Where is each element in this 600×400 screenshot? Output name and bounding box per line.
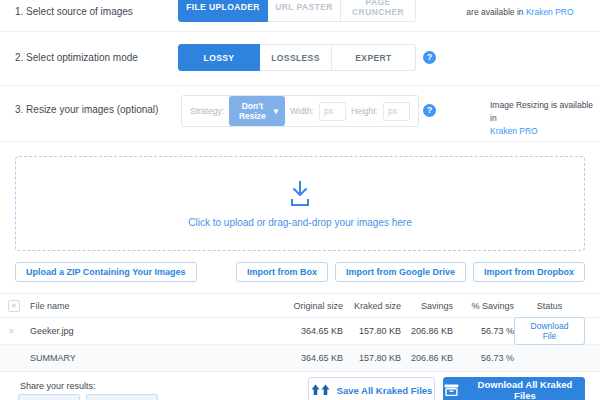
- summary-original-size: 364.65 KB: [278, 353, 343, 363]
- kraken-pro-link[interactable]: Kraken PRO: [490, 126, 538, 136]
- tab-lossless[interactable]: LOSSLESS: [260, 44, 332, 71]
- share-button[interactable]: [86, 394, 158, 400]
- strategy-dropdown[interactable]: Don't Resize▾: [229, 96, 285, 126]
- strategy-label: Strategy:: [190, 106, 224, 116]
- pro-note-text: are available in: [466, 7, 526, 17]
- resize-note-text: Image Resizing is available in: [490, 100, 593, 123]
- height-input[interactable]: [383, 102, 410, 121]
- header-original-size: Original size: [278, 301, 343, 311]
- resize-controls: Strategy: Don't Resize▾ Width: Height:: [181, 95, 419, 127]
- summary-row: SUMMARY 364.65 KB 157.80 KB 206.86 KB 56…: [0, 345, 600, 372]
- header-savings-pct: % Savings: [453, 301, 514, 311]
- help-icon[interactable]: ?: [423, 51, 436, 64]
- import-box-button[interactable]: Import from Box: [236, 262, 328, 282]
- pro-availability-note: are available in Kraken PRO: [440, 7, 600, 17]
- summary-savings-pct: 56.73 %: [453, 353, 514, 363]
- save-cloud-arrows-icon: [311, 384, 330, 396]
- upload-zip-button[interactable]: Upload a ZIP Containing Your Images: [15, 262, 197, 282]
- kraken-optimizer-page: 1. Select source of images FILE UPLOADER…: [0, 0, 600, 400]
- clear-all-icon[interactable]: ✕: [8, 300, 20, 312]
- remove-file-icon[interactable]: ✕: [8, 327, 15, 336]
- header-status: Status: [514, 301, 585, 311]
- tab-file-uploader[interactable]: FILE UPLOADER: [178, 0, 268, 22]
- download-all-label: Download All Kraked Files: [466, 379, 584, 400]
- table-header-row: ✕ File name Original size Kraked size Sa…: [0, 293, 600, 318]
- tab-lossy[interactable]: LOSSY: [178, 44, 260, 71]
- results-table: ✕ File name Original size Kraked size Sa…: [0, 293, 600, 372]
- width-input[interactable]: [319, 102, 346, 121]
- dropzone-text: Click to upload or drag-and-drop your im…: [188, 217, 411, 228]
- import-buttons: Import from Box Import from Google Drive…: [236, 262, 585, 282]
- download-all-kraked-files-button[interactable]: Download All Kraked Files: [443, 377, 585, 400]
- cell-kraked-size: 157.80 KB: [343, 326, 401, 336]
- header-savings: Savings: [401, 301, 453, 311]
- download-file-button[interactable]: Download File: [514, 317, 585, 345]
- strategy-value: Don't Resize: [236, 101, 269, 121]
- summary-savings: 206.86 KB: [401, 353, 453, 363]
- resize-pro-note: Image Resizing is available in Kraken PR…: [490, 99, 600, 139]
- divider: [0, 31, 600, 32]
- step1-label: 1. Select source of images: [15, 6, 133, 17]
- cell-savings-pct: 56.73 %: [453, 326, 514, 336]
- mode-tabs: LOSSY LOSSLESS EXPERT: [178, 44, 416, 71]
- upload-dropzone[interactable]: Click to upload or drag-and-drop your im…: [15, 156, 585, 251]
- header-file-name: File name: [30, 301, 278, 311]
- cell-file-name: Geeker.jpg: [30, 326, 278, 336]
- cell-original-size: 364.65 KB: [278, 326, 343, 336]
- import-google-drive-button[interactable]: Import from Google Drive: [335, 262, 466, 282]
- archive-box-icon: [444, 384, 459, 396]
- tab-page-cruncher[interactable]: PAGE CRUNCHER: [341, 0, 416, 22]
- table-row: ✕ Geeker.jpg 364.65 KB 157.80 KB 206.86 …: [0, 318, 600, 345]
- step2-label: 2. Select optimization mode: [15, 52, 138, 63]
- chevron-down-icon: ▾: [274, 106, 278, 116]
- download-arrow-icon: [285, 180, 315, 208]
- tab-expert[interactable]: EXPERT: [332, 44, 416, 71]
- kraken-pro-link[interactable]: Kraken PRO: [526, 7, 574, 17]
- tab-url-paster[interactable]: URL PASTER: [268, 0, 341, 22]
- help-icon[interactable]: ?: [423, 104, 436, 117]
- share-results-label: Share your results:: [20, 381, 96, 391]
- import-dropbox-button[interactable]: Import from Dropbox: [473, 262, 585, 282]
- save-all-label: Save All Kraked Files: [337, 385, 433, 396]
- summary-label: SUMMARY: [30, 353, 278, 363]
- header-kraked-size: Kraked size: [343, 301, 401, 311]
- divider: [0, 141, 600, 142]
- divider: [0, 85, 600, 86]
- step3-label: 3. Resize your images (optional): [15, 104, 158, 115]
- share-button[interactable]: [18, 394, 80, 400]
- source-tabs: FILE UPLOADER URL PASTER PAGE CRUNCHER: [178, 0, 416, 22]
- width-label: Width:: [290, 106, 314, 116]
- cell-savings: 206.86 KB: [401, 326, 453, 336]
- height-label: Height:: [351, 106, 378, 116]
- summary-kraked-size: 157.80 KB: [343, 353, 401, 363]
- save-all-kraked-files-button[interactable]: Save All Kraked Files: [308, 377, 435, 400]
